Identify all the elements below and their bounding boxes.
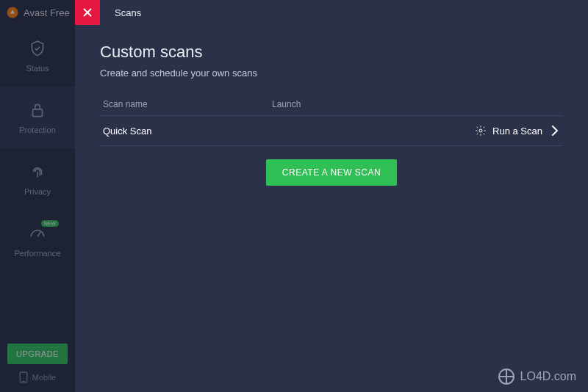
brand-name: Avast Free: [24, 7, 70, 18]
sidebar-item-label: Status: [26, 64, 49, 73]
sidebar-item-privacy[interactable]: Privacy: [0, 148, 75, 210]
chevron-right-icon: [548, 125, 560, 137]
sidebar-item-label: Privacy: [24, 187, 51, 196]
column-header-launch: Launch: [272, 99, 560, 109]
gear-icon: [475, 125, 487, 137]
sidebar-item-label: Protection: [19, 126, 56, 134]
main: Custom scans Create and schedule your ow…: [75, 25, 588, 392]
table-header: Scan name Launch: [100, 99, 563, 115]
sidebar-item-status[interactable]: Status: [0, 25, 75, 87]
mobile-label: Mobile: [32, 373, 56, 382]
close-icon: [83, 8, 92, 17]
run-scan-button[interactable]: Run a Scan: [475, 125, 560, 137]
sidebar-bottom: UPGRADE Mobile: [0, 344, 75, 392]
page-title: Custom scans: [100, 43, 563, 62]
avast-logo-icon: [6, 6, 19, 19]
topbar-title: Scans: [100, 0, 141, 25]
column-header-name: Scan name: [103, 99, 272, 109]
sidebar: Avast Free Status Protection Privacy NEW…: [0, 0, 75, 392]
create-new-scan-button[interactable]: CREATE A NEW SCAN: [266, 159, 397, 186]
topbar: Scans: [75, 0, 588, 25]
fingerprint-icon: [28, 162, 47, 181]
sidebar-item-protection[interactable]: Protection: [0, 87, 75, 148]
scan-name: Quick Scan: [103, 126, 272, 137]
mobile-icon: [19, 371, 28, 383]
upgrade-button[interactable]: UPGRADE: [7, 344, 68, 364]
sidebar-item-label: Performance: [15, 249, 61, 258]
svg-rect-1: [33, 109, 43, 117]
page-subtitle: Create and schedule your own scans: [100, 68, 563, 79]
table-row: Quick Scan Run a Scan: [100, 116, 563, 145]
shield-check-icon: [28, 39, 47, 58]
create-row: CREATE A NEW SCAN: [100, 146, 563, 186]
close-button[interactable]: [75, 0, 100, 25]
mobile-link[interactable]: Mobile: [0, 371, 75, 383]
sidebar-item-performance[interactable]: NEW Performance: [0, 210, 75, 272]
new-badge: NEW: [41, 220, 59, 227]
run-scan-label: Run a Scan: [492, 126, 542, 137]
lock-icon: [28, 101, 47, 120]
brand: Avast Free: [0, 0, 75, 25]
svg-point-6: [479, 129, 482, 132]
nav: Status Protection Privacy NEW Performanc…: [0, 25, 75, 272]
